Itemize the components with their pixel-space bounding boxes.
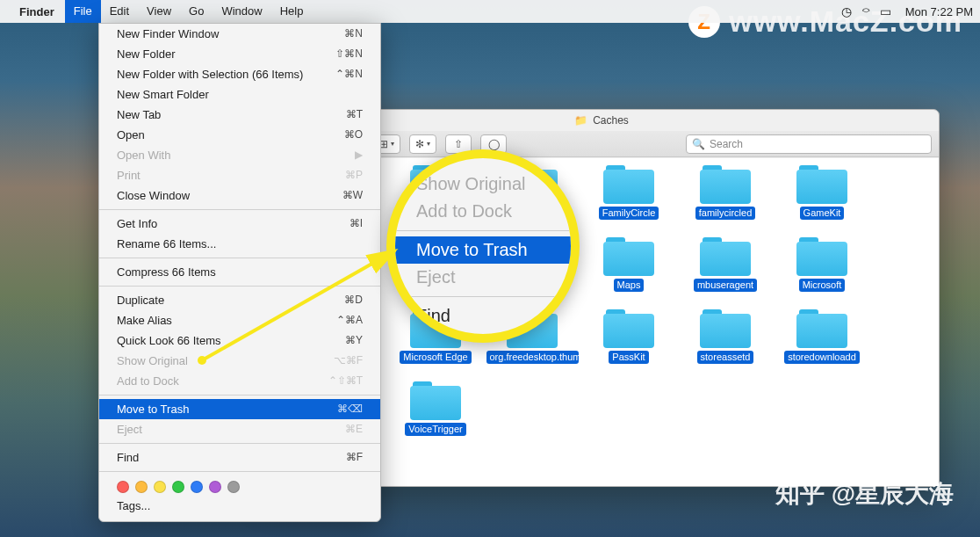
menu-item[interactable]: Rename 66 Items... [99, 234, 380, 254]
menu-file[interactable]: File [65, 0, 101, 23]
menubar: Finder File Edit View Go Window Help ◷ ⌔… [0, 0, 980, 23]
folder-label: Maps [614, 279, 645, 292]
folder-icon [700, 165, 751, 204]
folder-label: VoiceTrigger [405, 423, 465, 436]
tag-color-icon[interactable] [117, 481, 129, 493]
search-input[interactable]: 🔍 Search [686, 134, 932, 154]
menu-item[interactable]: Find⌘F [99, 447, 380, 468]
folder-item[interactable]: familycircled [677, 165, 774, 220]
menu-item: Eject⌘E [99, 419, 380, 439]
folder-label: mbuseragent [694, 279, 757, 292]
folder-label: familycircled [695, 207, 756, 220]
tag-color-icon[interactable] [227, 481, 240, 493]
folder-label: GameKit [800, 207, 845, 220]
menu-item[interactable]: New Folder with Selection (66 Items)⌃⌘N [99, 64, 380, 84]
wifi-icon[interactable]: ⌔ [862, 4, 869, 18]
folder-icon [796, 237, 847, 276]
menu-separator [99, 209, 380, 210]
folder-icon: 📁 [574, 114, 587, 127]
folder-icon [700, 237, 751, 276]
menu-item[interactable]: Close Window⌘W [99, 185, 380, 206]
file-menu-dropdown: New Finder Window⌘NNew Folder⇧⌘NNew Fold… [98, 23, 381, 522]
menu-item: Show Original⌥⌘F [99, 351, 380, 371]
folder-item[interactable]: mbuseragent [677, 237, 774, 292]
zoom-callout: Show OriginalAdd to DockMove to TrashEje… [386, 149, 580, 343]
folder-item[interactable]: Maps [580, 237, 677, 292]
app-name[interactable]: Finder [19, 5, 54, 18]
timemachine-icon[interactable]: ◷ [841, 4, 852, 18]
menu-item[interactable]: Move to Trash⌘⌫ [99, 399, 380, 419]
folder-label: Microsoft [799, 279, 846, 292]
menu-help[interactable]: Help [271, 0, 313, 23]
folder-item[interactable]: storedownloadd [774, 309, 870, 364]
menu-item[interactable]: New Smart Folder [99, 84, 380, 105]
menu-item[interactable]: New Tab⌘T [99, 105, 380, 125]
menu-view[interactable]: View [138, 0, 180, 23]
folder-item[interactable]: Microsoft [774, 237, 870, 292]
menu-edit[interactable]: Edit [101, 0, 138, 23]
tag-color-icon[interactable] [154, 481, 166, 493]
folder-label: PassKit [609, 351, 648, 364]
tag-color-icon[interactable] [172, 481, 184, 493]
menu-separator [99, 395, 380, 395]
folder-label: storeassetd [697, 351, 754, 364]
folder-icon [700, 309, 751, 348]
menu-separator [99, 286, 380, 287]
folder-item[interactable]: VoiceTrigger [387, 381, 484, 436]
battery-icon[interactable]: ▭ [880, 4, 891, 18]
folder-icon [796, 309, 847, 348]
folder-item[interactable]: storeassetd [677, 309, 774, 364]
menu-item: Open With▶ [99, 145, 380, 165]
zoom-menu-item: Add to Dock [395, 198, 571, 225]
menu-item[interactable]: New Finder Window⌘N [99, 24, 380, 44]
menu-item[interactable]: Quick Look 66 Items⌘Y [99, 330, 380, 351]
menu-window[interactable]: Window [213, 0, 270, 23]
folder-item[interactable]: GameKit [774, 165, 870, 220]
menu-item-tags[interactable]: Tags... [99, 496, 380, 516]
folder-label: storedownloadd [784, 351, 860, 364]
menu-item: Print⌘P [99, 165, 380, 185]
folder-icon [603, 309, 654, 348]
folder-item[interactable]: FamilyCircle [580, 165, 677, 220]
menu-separator [99, 443, 380, 444]
folder-icon [410, 381, 461, 420]
zoom-menu-item: Move to Trash [395, 236, 571, 264]
search-placeholder: Search [710, 138, 743, 150]
zoom-menu-item: Show Original [395, 171, 571, 198]
tag-color-icon[interactable] [191, 481, 203, 493]
menu-item[interactable]: Get Info⌘I [99, 214, 380, 234]
menu-item[interactable]: Duplicate⌘D [99, 290, 380, 310]
menu-item[interactable]: Open⌘O [99, 125, 380, 145]
menu-item[interactable]: Compress 66 Items [99, 262, 380, 282]
window-title: Caches [593, 114, 629, 127]
folder-icon [603, 165, 654, 204]
folder-label: FamilyCircle [599, 207, 659, 220]
menu-item[interactable]: Make Alias⌃⌘A [99, 310, 380, 330]
clock[interactable]: Mon 7:22 PM [905, 5, 973, 18]
folder-item[interactable]: PassKit [580, 309, 677, 364]
menu-item: Add to Dock⌃⇧⌘T [99, 371, 380, 391]
tag-color-icon[interactable] [209, 481, 221, 493]
folder-label: Microsoft Edge [400, 351, 471, 364]
folder-icon [796, 165, 847, 204]
folder-label: org.freedesktop.thumbnails [486, 351, 579, 364]
credit-text: 知乎 @星辰大海 [775, 477, 954, 511]
menu-go[interactable]: Go [180, 0, 213, 23]
zoom-menu-item: Eject [395, 264, 571, 291]
folder-icon [603, 237, 654, 276]
menu-item[interactable]: New Folder⇧⌘N [99, 44, 380, 64]
search-icon: 🔍 [692, 138, 705, 150]
tag-color-icon[interactable] [135, 481, 148, 493]
menu-separator [99, 258, 380, 258]
menu-tag-row [99, 475, 380, 496]
action-button[interactable]: ✻ ▾ [409, 134, 436, 154]
